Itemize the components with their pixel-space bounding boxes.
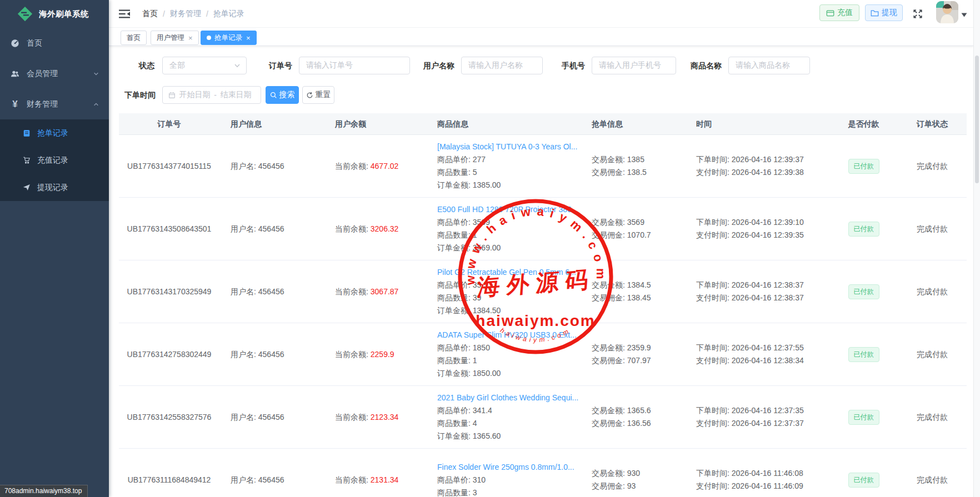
reset-label: 重置 <box>316 90 331 100</box>
users-icon <box>11 69 19 78</box>
avatar[interactable] <box>936 1 958 23</box>
column-header: 抢单信息 <box>586 113 691 134</box>
cell-grab-info: 交易金额: 930交易佣金: 93 <box>586 449 691 497</box>
reset-button[interactable]: 重置 <box>302 86 334 104</box>
pay-time: 支付时间: 2026-04-16 12:39:35 <box>696 229 830 242</box>
balance-value: 2131.34 <box>371 475 399 484</box>
dashboard-icon <box>11 39 19 48</box>
cell-user-info: 用户名: 456456 <box>219 260 329 323</box>
trade-commission: 交易佣金: 138.5 <box>592 166 691 179</box>
cell-status: 完成付款 <box>897 323 967 385</box>
date-end-placeholder: 结束日期 <box>217 90 255 100</box>
close-icon[interactable]: × <box>246 34 251 42</box>
sidebar-item-withdraw-records[interactable]: 提现记录 <box>0 174 109 201</box>
cell-time: 下单时间: 2026-04-16 12:39:37支付时间: 2026-04-1… <box>691 135 830 197</box>
username: 用户名: 456456 <box>231 411 329 424</box>
cell-grab-info: 交易金额: 2359.9交易佣金: 707.97 <box>586 323 691 385</box>
balance-value: 3067.87 <box>371 287 399 296</box>
phone-label: 手机号 <box>522 57 585 74</box>
trade-amount: 交易金额: 2359.9 <box>592 342 691 354</box>
order-no: UB17763142758302449 <box>127 348 212 361</box>
yen-icon: ¥ <box>11 100 19 109</box>
cell-grab-info: 交易金额: 1384.5交易佣金: 138.45 <box>586 260 691 323</box>
product-title-link[interactable]: Pilot G2 Retractable Gel Pen 0.5mm 6... <box>437 266 586 279</box>
product-unit-price: 商品单价: 310 <box>437 474 586 486</box>
breadcrumb-home[interactable]: 首页 <box>142 9 158 19</box>
product-title-link[interactable]: Finex Solder Wire 250gms 0.8mm/1.0... <box>437 461 586 474</box>
trade-amount: 交易金额: 1385 <box>592 153 691 166</box>
tab-label: 用户管理 <box>157 33 184 43</box>
order-time: 下单时间: 2026-04-16 12:39:37 <box>696 153 830 166</box>
product-title-link[interactable]: ADATA Super Slim HV320 USB3.0 Ext... <box>437 329 586 342</box>
refresh-icon <box>306 92 313 99</box>
search-button[interactable]: 搜索 <box>266 86 299 104</box>
pay-time: 支付时间: 2026-04-16 12:38:34 <box>696 354 830 367</box>
withdraw-button[interactable]: 提现 <box>865 4 903 21</box>
table-row: UB17763143774015115用户名: 456456当前余额: 4677… <box>119 135 967 198</box>
date-range-input[interactable]: 开始日期 - 结束日期 <box>162 86 261 104</box>
scrollbar[interactable] <box>973 0 980 497</box>
placeholder: 请输入用户手机号 <box>599 61 661 71</box>
product-quantity: 商品数量: 1 <box>437 354 586 367</box>
sidebar: 海外刷单系统 首页 会员管理 ¥ 财务管 <box>0 0 109 497</box>
cell-product-info: 2021 Baby Girl Clothes Wedding Sequi...商… <box>432 386 586 448</box>
product-quantity: 商品数量: 1 <box>437 229 586 242</box>
close-icon[interactable]: × <box>188 34 193 42</box>
paid-badge: 已付款 <box>848 410 879 425</box>
trade-amount: 交易金额: 930 <box>592 467 691 480</box>
balance: 当前余额: 2123.34 <box>335 411 432 424</box>
cell-user-info: 用户名: 456456 <box>219 135 329 197</box>
order-amount: 订单金额: 1385.00 <box>437 179 586 192</box>
fullscreen-icon[interactable] <box>913 9 923 19</box>
cell-order-no: UB17763142558327576 <box>119 386 219 448</box>
placeholder: 请输入订单号 <box>306 61 353 71</box>
paid-badge: 已付款 <box>848 284 879 299</box>
scrollbar-thumb[interactable] <box>975 56 979 183</box>
fold-menu-icon[interactable] <box>119 9 130 19</box>
product-title-link[interactable]: E500 Full HD 1280 720P Projector 380... <box>437 203 586 216</box>
product-title-link[interactable]: 2021 Baby Girl Clothes Wedding Sequi... <box>437 391 586 404</box>
tab-home[interactable]: 首页 <box>121 31 147 45</box>
table-row: UB17763111684849412用户名: 456456当前余额: 2131… <box>119 449 967 497</box>
cell-user-balance: 当前余额: 3067.87 <box>329 260 432 323</box>
order-no: UB17763143170325949 <box>127 285 212 298</box>
order-no: UB17763143774015115 <box>127 160 211 173</box>
username: 用户名: 456456 <box>231 348 329 361</box>
tab-user-management[interactable]: 用户管理 × <box>151 31 199 45</box>
calendar-icon <box>168 92 176 99</box>
sidebar-item-recharge-records[interactable]: 充值记录 <box>0 147 109 174</box>
breadcrumb: 首页 / 财务管理 / 抢单记录 <box>142 0 244 28</box>
product-name-input[interactable]: 请输入商品名称 <box>728 57 810 74</box>
sidebar-item-finance[interactable]: ¥ 财务管理 <box>0 89 109 119</box>
product-unit-price: 商品单价: 1850 <box>437 342 586 354</box>
order-no-input[interactable]: 请输入订单号 <box>299 57 410 74</box>
cell-grab-info: 交易金额: 3569交易佣金: 1070.7 <box>586 198 691 260</box>
product-unit-price: 商品单价: 341.4 <box>437 404 586 417</box>
sidebar-item-label: 提现记录 <box>37 183 68 193</box>
column-header: 用户信息 <box>219 113 329 134</box>
send-icon <box>23 184 31 192</box>
cell-user-balance: 当前余额: 2123.34 <box>329 386 432 448</box>
paid-badge: 已付款 <box>848 347 879 362</box>
order-amount: 订单金额: 1365.60 <box>437 430 586 443</box>
trade-commission: 交易佣金: 138.45 <box>592 292 691 304</box>
product-title-link[interactable]: [Malaysia Stock] TUTUYA 0-3 Years Ol... <box>437 140 586 153</box>
recharge-button[interactable]: 充值 <box>819 4 859 21</box>
cell-status: 完成付款 <box>897 386 967 448</box>
tab-grab-records[interactable]: 抢单记录 × <box>201 31 257 45</box>
sidebar-item-members[interactable]: 会员管理 <box>0 58 109 89</box>
breadcrumb-current: 抢单记录 <box>213 9 244 19</box>
product-quantity: 商品数量: 5 <box>437 166 586 179</box>
balance-value: 2123.34 <box>371 413 399 421</box>
sidebar-item-home[interactable]: 首页 <box>0 28 109 58</box>
balance-value: 2259.9 <box>371 350 394 359</box>
cell-user-info: 用户名: 456456 <box>219 449 329 497</box>
folder-icon <box>871 9 879 17</box>
cell-time: 下单时间: 2026-04-16 12:37:55支付时间: 2026-04-1… <box>691 323 830 385</box>
caret-down-icon <box>961 13 967 17</box>
tabbar: 首页 用户管理 × 抢单记录 × <box>109 28 973 46</box>
sidebar-item-grab-records[interactable]: 抢单记录 <box>0 119 109 147</box>
order-status: 完成付款 <box>917 223 967 235</box>
order-status: 完成付款 <box>917 474 967 486</box>
document-icon <box>23 129 31 137</box>
